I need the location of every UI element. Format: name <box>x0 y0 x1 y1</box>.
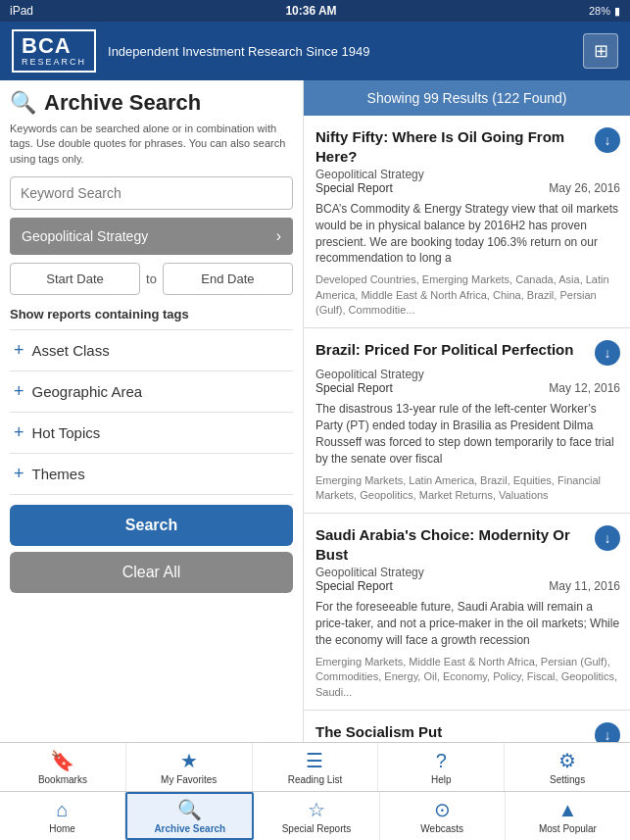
tab-label: Special Reports <box>282 823 352 834</box>
result-type: Special Report <box>315 181 393 195</box>
tab-home[interactable]: ⌂ Home <box>0 792 125 840</box>
tab-label: Bookmarks <box>38 774 87 785</box>
download-button[interactable]: ↓ <box>595 722 620 742</box>
bottom-tabs-top: 🔖 Bookmarks ★ My Favorites ☰ Reading Lis… <box>0 742 630 791</box>
tab-special-reports[interactable]: ☆ Special Reports <box>254 792 379 840</box>
result-card-header: Nifty Fifty: Where Is Oil Going From Her… <box>315 127 620 166</box>
plus-icon: + <box>14 340 24 361</box>
status-carrier: iPad <box>10 4 33 18</box>
tags-heading: Show reports containing tags <box>10 307 293 321</box>
search-icon: 🔍 <box>10 90 36 116</box>
popular-icon: ▲ <box>558 799 578 821</box>
download-button[interactable]: ↓ <box>595 340 620 366</box>
results-header: Showing 99 Results (122 Found) <box>304 80 630 116</box>
result-title: Nifty Fifty: Where Is Oil Going From Her… <box>315 127 587 166</box>
page-title: Archive Search <box>44 90 201 116</box>
tag-item-asset-class[interactable]: + Asset Class <box>10 329 293 371</box>
plus-icon: + <box>14 381 24 402</box>
result-tags: Emerging Markets, Middle East & North Af… <box>315 655 620 700</box>
result-description: The disastrous 13-year rule of the left-… <box>315 401 620 467</box>
result-type: Special Report <box>315 381 393 395</box>
page-title-row: 🔍 Archive Search <box>10 90 293 116</box>
main-content: 🔍 Archive Search Keywords can be searche… <box>0 80 630 742</box>
results-list: Nifty Fifty: Where Is Oil Going From Her… <box>304 116 630 742</box>
result-title: The Socialism Put <box>315 722 587 742</box>
logo: BCA RESEARCH <box>12 29 96 73</box>
left-panel: 🔍 Archive Search Keywords can be searche… <box>0 80 304 742</box>
tab-label: Archive Search <box>154 823 225 834</box>
result-date: May 12, 2016 <box>549 381 620 395</box>
tab-label: My Favorites <box>161 774 217 785</box>
tab-reading-list[interactable]: ☰ Reading List <box>253 743 379 791</box>
download-button[interactable]: ↓ <box>595 127 620 153</box>
result-description: For the foreseeable future, Saudi Arabia… <box>315 599 620 648</box>
header-tagline: Independent Investment Research Since 19… <box>108 44 583 59</box>
result-type: Special Report <box>315 579 393 593</box>
tab-label: Reading List <box>288 774 343 785</box>
bottom-tabs-bottom: ⌂ Home 🔍 Archive Search ☆ Special Report… <box>0 791 630 840</box>
category-button-label: Geopolitical Strategy <box>22 228 148 244</box>
start-date-button[interactable]: Start Date <box>10 263 140 295</box>
result-date: May 11, 2016 <box>549 579 620 593</box>
tag-item-themes[interactable]: + Themes <box>10 453 293 495</box>
tab-most-popular[interactable]: ▲ Most Popular <box>506 792 630 840</box>
search-icon: 🔍 <box>177 798 202 821</box>
result-date: May 26, 2016 <box>549 181 620 195</box>
logo-research: RESEARCH <box>22 57 86 67</box>
search-button[interactable]: Search <box>10 505 293 546</box>
tag-label: Asset Class <box>32 342 110 359</box>
result-card-header: Saudi Arabia's Choice: Modernity Or Bust… <box>315 525 620 564</box>
tab-label: Help <box>431 774 452 785</box>
result-meta: Special Report May 11, 2016 <box>315 579 620 593</box>
tab-my-favorites[interactable]: ★ My Favorites <box>126 743 253 791</box>
tag-item-geographic-area[interactable]: + Geographic Area <box>10 371 293 412</box>
tab-label: Settings <box>550 774 585 785</box>
grid-icon: ⊞ <box>594 40 608 62</box>
tab-label: Home <box>49 823 75 834</box>
tag-label: Themes <box>32 466 85 482</box>
result-meta: Special Report May 12, 2016 <box>315 381 620 395</box>
keyword-input[interactable] <box>10 176 293 210</box>
result-description: BCA’s Commodity & Energy Strategy view t… <box>315 201 620 267</box>
status-battery: 28% ▮ <box>589 5 620 18</box>
result-card: Nifty Fifty: Where Is Oil Going From Her… <box>304 116 630 328</box>
result-title: Brazil: Priced For Political Perfection <box>315 340 587 360</box>
tab-settings[interactable]: ⚙ Settings <box>505 743 630 791</box>
tab-bookmarks[interactable]: 🔖 Bookmarks <box>0 743 126 791</box>
result-meta: Special Report May 26, 2016 <box>315 181 620 195</box>
chevron-right-icon: › <box>276 227 281 245</box>
tab-label: Webcasts <box>420 823 463 834</box>
gear-icon: ⚙ <box>558 749 576 772</box>
result-tags: Developed Countries, Emerging Markets, C… <box>315 272 620 318</box>
download-button[interactable]: ↓ <box>595 525 620 551</box>
bookmark-icon: 🔖 <box>50 749 74 772</box>
end-date-button[interactable]: End Date <box>163 263 293 295</box>
result-card-header: Brazil: Priced For Political Perfection … <box>315 340 620 366</box>
result-category: Geopolitical Strategy <box>315 168 620 181</box>
tab-label: Most Popular <box>539 823 597 834</box>
tab-help[interactable]: ? Help <box>378 743 505 791</box>
status-time: 10:36 AM <box>285 4 336 18</box>
tag-item-hot-topics[interactable]: + Hot Topics <box>10 412 293 453</box>
result-title: Saudi Arabia's Choice: Modernity Or Bust <box>315 525 587 564</box>
plus-icon: + <box>14 464 24 484</box>
app-header: BCA RESEARCH Independent Investment Rese… <box>0 22 630 80</box>
result-category: Geopolitical Strategy <box>315 368 620 381</box>
category-button[interactable]: Geopolitical Strategy › <box>10 218 293 255</box>
grid-view-button[interactable]: ⊞ <box>583 33 618 69</box>
tag-label: Geographic Area <box>32 383 143 400</box>
date-to-label: to <box>146 272 157 286</box>
result-category: Geopolitical Strategy <box>315 566 620 579</box>
tab-archive-search[interactable]: 🔍 Archive Search <box>125 792 254 840</box>
plus-icon: + <box>14 422 24 443</box>
right-panel: Showing 99 Results (122 Found) Nifty Fif… <box>304 80 630 742</box>
tab-webcasts[interactable]: ⊙ Webcasts <box>380 792 506 840</box>
result-card: Brazil: Priced For Political Perfection … <box>304 328 630 514</box>
clear-button[interactable]: Clear All <box>10 552 293 593</box>
tag-label: Hot Topics <box>32 424 101 441</box>
result-tags: Emerging Markets, Latin America, Brazil,… <box>315 473 620 504</box>
search-hint: Keywords can be searched alone or in com… <box>10 122 293 167</box>
star-icon: ★ <box>180 749 198 772</box>
result-card: The Socialism Put ↓ Geopolitical Strateg… <box>304 711 630 742</box>
status-bar: iPad 10:36 AM 28% ▮ <box>0 0 630 22</box>
